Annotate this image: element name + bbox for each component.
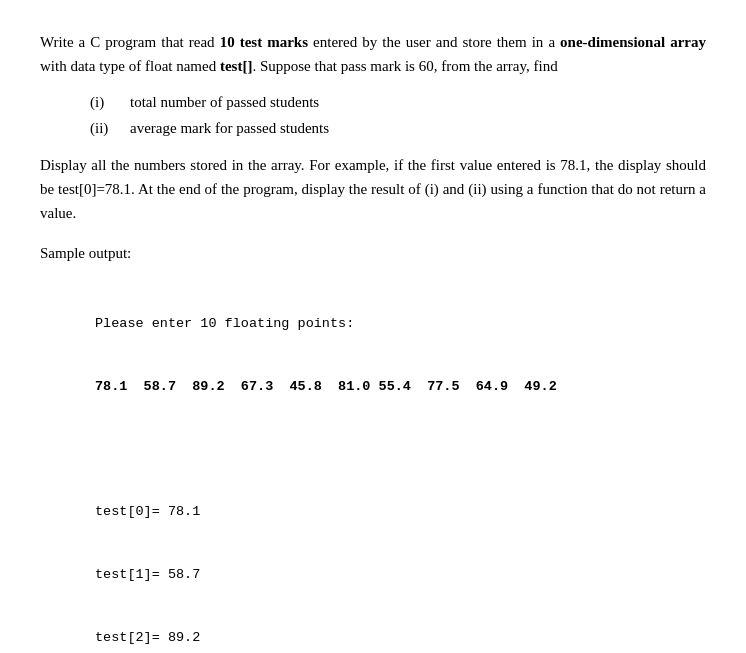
code-line-prompt: Please enter 10 floating points: — [95, 314, 706, 335]
bold-test0-example: test[0]=78.1 — [58, 181, 131, 197]
code-block: Please enter 10 floating points: 78.1 58… — [95, 272, 706, 653]
sub-items-list: (i) total number of passed students (ii)… — [90, 90, 706, 141]
question-container: Write a C program that read 10 test mark… — [40, 30, 706, 653]
sub-text-ii: average mark for passed students — [130, 116, 329, 142]
bold-one-dimensional-array: one-dimensional array — [560, 34, 706, 50]
code-line-test0: test[0]= 78.1 — [95, 502, 706, 523]
display-paragraph: Display all the numbers stored in the ar… — [40, 153, 706, 225]
sub-item-i: (i) total number of passed students — [90, 90, 706, 116]
code-line-blank-1 — [95, 439, 706, 460]
code-line-test2: test[2]= 89.2 — [95, 628, 706, 649]
code-line-input-values: 78.1 58.7 89.2 67.3 45.8 81.0 55.4 77.5 … — [95, 377, 706, 398]
code-line-test1: test[1]= 58.7 — [95, 565, 706, 586]
sample-output-label: Sample output: — [40, 245, 706, 262]
sub-text-i: total number of passed students — [130, 90, 319, 116]
question-paragraph-1: Write a C program that read 10 test mark… — [40, 30, 706, 78]
bold-test-array: test[] — [220, 58, 252, 74]
sub-label-ii: (ii) — [90, 116, 118, 142]
bold-10-test-marks: 10 test marks — [220, 34, 308, 50]
bold-underline-function: function that do not return a value. — [40, 181, 706, 221]
sub-label-i: (i) — [90, 90, 118, 116]
sub-item-ii: (ii) average mark for passed students — [90, 116, 706, 142]
